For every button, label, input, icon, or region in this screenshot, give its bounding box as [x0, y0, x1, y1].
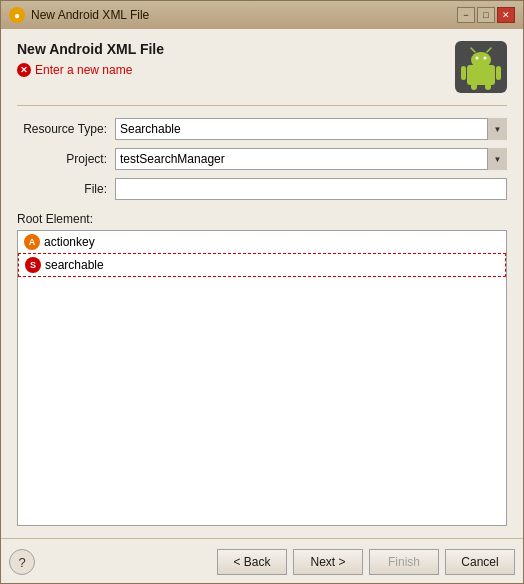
project-select[interactable]: testSearchManager — [115, 148, 507, 170]
project-label: Project: — [17, 152, 107, 166]
minimize-button[interactable]: − — [457, 7, 475, 23]
close-button[interactable]: ✕ — [497, 7, 515, 23]
searchable-icon: S — [25, 257, 41, 273]
file-input[interactable] — [115, 178, 507, 200]
root-element-label: Root Element: — [17, 212, 507, 226]
actionkey-icon: A — [24, 234, 40, 250]
error-icon: ✕ — [17, 63, 31, 77]
app-icon: ● — [9, 7, 25, 23]
button-bar: ? < Back Next > Finish Cancel — [1, 538, 523, 583]
project-select-wrapper: testSearchManager ▼ — [115, 148, 507, 170]
resource-type-row: Resource Type: Searchable ▼ — [17, 118, 507, 140]
window-title: New Android XML File — [31, 8, 149, 22]
nav-buttons: < Back Next > Finish Cancel — [217, 549, 515, 575]
header-separator — [17, 105, 507, 106]
resource-type-select-wrapper: Searchable ▼ — [115, 118, 507, 140]
window-controls: − □ ✕ — [457, 7, 515, 23]
resource-type-label: Resource Type: — [17, 122, 107, 136]
svg-point-3 — [484, 57, 487, 60]
header-section: New Android XML File ✕ Enter a new name — [17, 41, 507, 93]
actionkey-label: actionkey — [44, 235, 95, 249]
svg-point-2 — [476, 57, 479, 60]
finish-button[interactable]: Finish — [369, 549, 439, 575]
svg-line-4 — [471, 48, 475, 52]
svg-line-5 — [487, 48, 491, 52]
android-logo — [455, 41, 507, 93]
dialog-title: New Android XML File — [17, 41, 164, 57]
error-message: ✕ Enter a new name — [17, 63, 164, 77]
list-item-actionkey[interactable]: A actionkey — [18, 231, 506, 253]
svg-point-1 — [471, 52, 491, 68]
main-window: ● New Android XML File − □ ✕ New Android… — [0, 0, 524, 584]
file-label: File: — [17, 182, 107, 196]
svg-rect-8 — [471, 83, 477, 90]
root-element-list[interactable]: A actionkey S searchable — [17, 230, 507, 526]
maximize-button[interactable]: □ — [477, 7, 495, 23]
next-button[interactable]: Next > — [293, 549, 363, 575]
resource-type-select[interactable]: Searchable — [115, 118, 507, 140]
dialog-content: New Android XML File ✕ Enter a new name — [1, 29, 523, 538]
project-row: Project: testSearchManager ▼ — [17, 148, 507, 170]
svg-rect-9 — [485, 83, 491, 90]
back-button[interactable]: < Back — [217, 549, 287, 575]
searchable-label: searchable — [45, 258, 104, 272]
file-row: File: — [17, 178, 507, 200]
svg-rect-6 — [461, 66, 466, 80]
list-item-searchable[interactable]: S searchable — [18, 253, 506, 277]
error-text: Enter a new name — [35, 63, 132, 77]
cancel-button[interactable]: Cancel — [445, 549, 515, 575]
file-input-wrapper — [115, 178, 507, 200]
title-bar-left: ● New Android XML File — [9, 7, 149, 23]
form-section: Resource Type: Searchable ▼ Project: tes… — [17, 118, 507, 200]
help-button[interactable]: ? — [9, 549, 35, 575]
header-left: New Android XML File ✕ Enter a new name — [17, 41, 164, 77]
svg-rect-7 — [496, 66, 501, 80]
root-element-section: Root Element: A actionkey S searchable — [17, 212, 507, 526]
title-bar: ● New Android XML File − □ ✕ — [1, 1, 523, 29]
android-icon — [457, 43, 505, 91]
